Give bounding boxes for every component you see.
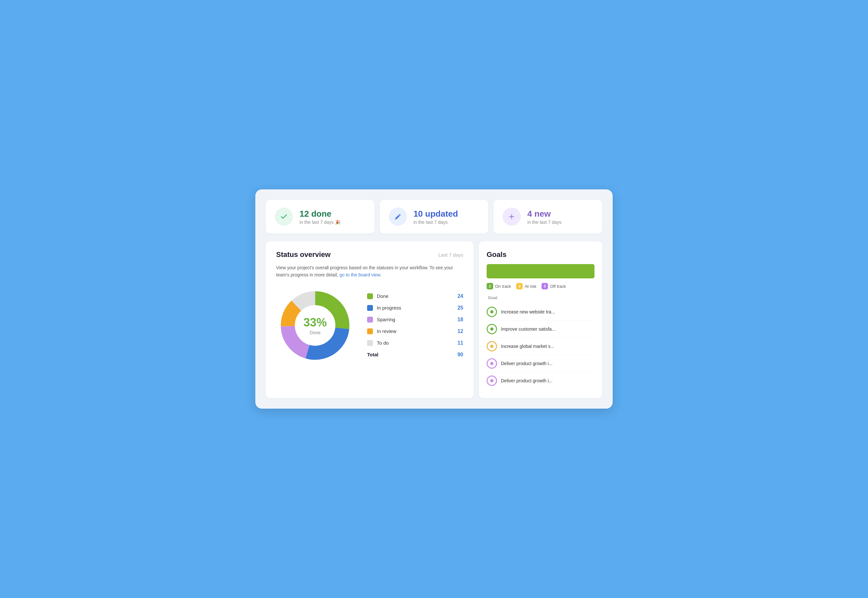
goal-icon-inner-3 bbox=[490, 362, 493, 365]
badge-on-track: 2 bbox=[487, 283, 493, 289]
goal-item-2[interactable]: Increase global market s... bbox=[487, 338, 595, 355]
legend-name-todo: To do bbox=[377, 340, 389, 345]
legend-val-sparring: 18 bbox=[457, 317, 463, 323]
done-icon-circle bbox=[275, 208, 293, 226]
label-on-track: On track bbox=[495, 284, 511, 289]
done-number: 12 done bbox=[300, 209, 341, 219]
done-sub: in the last 7 days 🎉 bbox=[300, 220, 341, 225]
legend-left-inprogress: In progress bbox=[367, 305, 401, 311]
updated-number: 10 updated bbox=[414, 209, 458, 219]
legend-item-done: Done 24 bbox=[367, 293, 463, 299]
goals-legend-at-risk: 2 At risk bbox=[516, 283, 536, 289]
goal-icon-inner-1 bbox=[490, 327, 493, 331]
label-at-risk: At risk bbox=[524, 284, 536, 289]
status-description: View your project's overall progress bas… bbox=[276, 264, 463, 279]
legend-val-todo: 11 bbox=[457, 340, 463, 346]
status-panel: Status overview Last 7 days View your pr… bbox=[266, 241, 474, 398]
legend-total-label: Total bbox=[367, 352, 378, 357]
goals-column-header: Goal bbox=[487, 295, 595, 300]
badge-off-track: 5 bbox=[542, 283, 548, 289]
legend-total-row: Total 90 bbox=[367, 352, 463, 357]
main-container: 12 done in the last 7 days 🎉 10 updated … bbox=[255, 189, 613, 409]
goal-name-3: Deliver product growth i... bbox=[501, 361, 553, 366]
goals-title: Goals bbox=[487, 250, 595, 259]
status-time-label: Last 7 days bbox=[438, 252, 463, 257]
new-number: 4 new bbox=[527, 209, 561, 219]
new-icon-circle bbox=[502, 208, 521, 226]
goal-name-0: Increase new website tra... bbox=[501, 309, 555, 314]
updated-sub: in the last 7 days bbox=[414, 220, 458, 225]
legend-item-sparring: Sparring 18 bbox=[367, 317, 463, 323]
legend-item-inprogress: In progress 25 bbox=[367, 305, 463, 311]
donut-center: 33% Done bbox=[303, 316, 327, 335]
goal-item-3[interactable]: Deliver product growth i... bbox=[487, 355, 595, 372]
legend-left-todo: To do bbox=[367, 340, 389, 346]
bottom-panels: Status overview Last 7 days View your pr… bbox=[266, 241, 602, 398]
legend-left-sparring: Sparring bbox=[367, 317, 395, 323]
donut-chart: 33% Done bbox=[276, 287, 354, 365]
goal-icon-2 bbox=[487, 341, 497, 351]
legend-item-todo: To do 11 bbox=[367, 340, 463, 346]
legend-dot-todo bbox=[367, 340, 373, 346]
legend-val-inreview: 12 bbox=[457, 328, 463, 334]
stat-card-new: 4 new in the last 7 days bbox=[493, 200, 602, 233]
legend-name-sparring: Sparring bbox=[377, 317, 395, 322]
legend-dot-sparring bbox=[367, 317, 373, 323]
legend-name-done: Done bbox=[377, 293, 388, 299]
legend-total-val: 90 bbox=[457, 352, 463, 357]
legend-dot-done bbox=[367, 293, 373, 299]
goal-icon-0 bbox=[487, 306, 497, 317]
plus-icon bbox=[508, 213, 515, 220]
donut-label: Done bbox=[303, 330, 327, 335]
legend-name-inreview: In review bbox=[377, 328, 396, 334]
goals-panel: Goals 2 On track 2 At risk 5 Off track G… bbox=[479, 241, 602, 398]
stat-card-done: 12 done in the last 7 days 🎉 bbox=[266, 200, 375, 233]
goal-item-4[interactable]: Deliver product growth i... bbox=[487, 372, 595, 389]
goals-legend-on-track: 2 On track bbox=[487, 283, 511, 289]
goals-bar bbox=[487, 264, 595, 278]
legend-val-inprogress: 25 bbox=[457, 305, 463, 311]
legend-dot-inprogress bbox=[367, 305, 373, 311]
new-sub: in the last 7 days bbox=[527, 220, 561, 225]
status-panel-header: Status overview Last 7 days bbox=[276, 250, 463, 259]
goal-icon-1 bbox=[487, 324, 497, 334]
goal-name-1: Improve customer satisfa... bbox=[501, 326, 556, 332]
donut-percent: 33% bbox=[303, 316, 327, 329]
goal-name-4: Deliver product growth i... bbox=[501, 378, 553, 383]
goals-legend: 2 On track 2 At risk 5 Off track bbox=[487, 283, 595, 289]
updated-icon-circle bbox=[389, 208, 407, 226]
stat-card-updated: 10 updated in the last 7 days bbox=[380, 200, 489, 233]
stat-text-done: 12 done in the last 7 days 🎉 bbox=[300, 209, 341, 225]
goal-name-2: Increase global market s... bbox=[501, 344, 554, 349]
status-panel-title: Status overview bbox=[276, 250, 331, 259]
board-view-link[interactable]: go to the board view. bbox=[339, 272, 381, 277]
stat-cards-row: 12 done in the last 7 days 🎉 10 updated … bbox=[266, 200, 602, 233]
chart-area: 33% Done Done 24 bbox=[276, 287, 463, 365]
goal-icon-4 bbox=[487, 375, 497, 386]
goal-icon-3 bbox=[487, 358, 497, 369]
stat-text-new: 4 new in the last 7 days bbox=[527, 209, 561, 225]
goal-icon-inner-4 bbox=[490, 379, 493, 382]
legend-left-inreview: In review bbox=[367, 328, 396, 334]
pencil-icon bbox=[394, 213, 402, 220]
badge-at-risk: 2 bbox=[516, 283, 523, 289]
legend-item-inreview: In review 12 bbox=[367, 328, 463, 334]
goals-legend-off-track: 5 Off track bbox=[542, 283, 566, 289]
legend-left-done: Done bbox=[367, 293, 388, 299]
label-off-track: Off track bbox=[550, 284, 566, 289]
legend-name-inprogress: In progress bbox=[377, 305, 401, 311]
check-icon bbox=[280, 213, 288, 221]
stat-text-updated: 10 updated in the last 7 days bbox=[414, 209, 458, 225]
goal-item-0[interactable]: Increase new website tra... bbox=[487, 303, 595, 321]
legend-val-done: 24 bbox=[457, 293, 463, 299]
goal-icon-inner-0 bbox=[490, 310, 493, 314]
goal-icon-inner-2 bbox=[490, 345, 493, 348]
chart-legend: Done 24 In progress 25 bbox=[367, 293, 463, 357]
goal-item-1[interactable]: Improve customer satisfa... bbox=[487, 321, 595, 338]
legend-dot-inreview bbox=[367, 328, 373, 334]
